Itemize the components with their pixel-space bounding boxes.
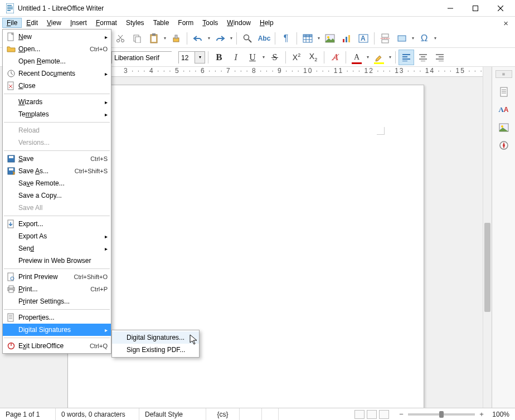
menu-edit[interactable]: Edit (22, 18, 42, 28)
menu-help[interactable]: Help (255, 18, 278, 28)
menu-item-open-remote[interactable]: Open Remote... (3, 55, 111, 67)
menu-item-new[interactable]: New▸ (3, 31, 111, 43)
menu-item-preview-web[interactable]: Preview in Web Browser (3, 255, 111, 267)
underline-dropdown[interactable]: ▾ (261, 55, 266, 60)
insert-field-button[interactable] (394, 31, 410, 46)
insert-chart-button[interactable] (339, 31, 354, 46)
menu-item-close[interactable]: Close (3, 80, 111, 92)
redo-dropdown[interactable]: ▾ (229, 36, 234, 41)
highlight-dropdown[interactable]: ▾ (388, 55, 392, 60)
menu-file[interactable]: File (2, 18, 22, 28)
menu-table[interactable]: Table (149, 18, 174, 28)
insert-image-button[interactable] (322, 31, 338, 46)
cut-button[interactable] (113, 31, 128, 46)
menu-window[interactable]: Window (222, 18, 255, 28)
page-break-button[interactable] (377, 31, 393, 46)
font-size-input[interactable] (179, 52, 195, 64)
redo-button[interactable] (212, 31, 228, 46)
menu-view[interactable]: View (42, 18, 66, 28)
menu-item-save[interactable]: SaveCtrl+S (3, 153, 111, 165)
status-selection-mode[interactable] (262, 408, 279, 420)
status-insert-mode[interactable] (240, 408, 262, 420)
menu-item-wizards[interactable]: Wizards▸ (3, 96, 111, 108)
sidebar-styles-button[interactable]: AA (495, 101, 512, 118)
special-char-dropdown[interactable]: ▾ (433, 36, 438, 41)
single-page-view-button[interactable] (354, 410, 365, 419)
bold-button[interactable]: B (211, 50, 227, 65)
strikethrough-button[interactable]: S (267, 50, 283, 65)
status-page[interactable]: Page 1 of 1 (0, 408, 56, 420)
undo-dropdown[interactable]: ▾ (207, 36, 211, 41)
menu-item-templates[interactable]: Templates▸ (3, 108, 111, 120)
menu-item-save-as[interactable]: Save As...Ctrl+Shift+S (3, 165, 111, 177)
page[interactable] (67, 85, 424, 408)
menu-item-export[interactable]: Export... (3, 218, 111, 230)
menu-item-print[interactable]: Print...Ctrl+P (3, 283, 111, 295)
table-dropdown[interactable]: ▾ (317, 36, 321, 41)
paste-dropdown[interactable]: ▾ (163, 36, 167, 41)
menu-item-send[interactable]: Send▸ (3, 242, 111, 255)
sidebar-settings-button[interactable]: ≡ (495, 70, 512, 78)
vertical-scrollbar[interactable] (483, 67, 492, 408)
sidebar-properties-button[interactable] (495, 84, 512, 100)
submenu-sign-existing-pdf[interactable]: Sign Existing PDF... (112, 344, 199, 356)
menu-format[interactable]: Format (91, 18, 122, 28)
menu-styles[interactable]: Styles (122, 18, 149, 28)
align-left-button[interactable] (399, 50, 414, 65)
menu-item-recent[interactable]: Recent Documents▸ (3, 67, 111, 80)
menu-item-save-copy[interactable]: Save a Copy... (3, 189, 111, 202)
multi-page-view-button[interactable] (367, 410, 377, 419)
insert-textbox-button[interactable]: A (356, 31, 371, 46)
zoom-value[interactable]: 100% (488, 411, 509, 418)
underline-button[interactable]: U (245, 50, 260, 65)
align-right-button[interactable] (432, 50, 448, 65)
clear-formatting-button[interactable]: A̸ (327, 50, 343, 65)
menu-item-exit[interactable]: Exit LibreOfficeCtrl+Q (3, 340, 111, 352)
undo-button[interactable] (190, 31, 206, 46)
clone-formatting-button[interactable] (168, 31, 184, 46)
scrollbar-thumb[interactable] (484, 223, 490, 312)
menu-insert[interactable]: Insert (66, 18, 91, 28)
menu-tools[interactable]: Tools (198, 18, 222, 28)
menu-item-save-remote[interactable]: Save Remote... (3, 177, 111, 189)
status-wordcount[interactable]: 0 words, 0 characters (56, 408, 139, 420)
menu-item-printer-settings[interactable]: Printer Settings... (3, 295, 111, 307)
font-color-dropdown[interactable]: ▾ (366, 55, 370, 60)
status-language[interactable]: {cs} (206, 408, 240, 420)
sidebar-gallery-button[interactable] (495, 119, 512, 136)
menu-item-export-as[interactable]: Export As▸ (3, 230, 111, 242)
font-name-combo[interactable]: ▾ (111, 51, 172, 64)
special-char-button[interactable]: Ω (416, 31, 432, 46)
subscript-button[interactable]: X2 (305, 50, 321, 65)
maximize-button[interactable] (463, 0, 488, 17)
superscript-button[interactable]: X2 (289, 50, 304, 65)
status-style[interactable]: Default Style (139, 408, 206, 420)
font-size-combo[interactable]: ▾ (178, 51, 205, 64)
highlight-button[interactable] (371, 50, 387, 65)
formatting-marks-button[interactable]: ¶ (278, 31, 294, 46)
spellcheck-button[interactable]: Abc (256, 31, 272, 46)
submenu-digital-signatures[interactable]: Digital Signatures... (112, 331, 199, 344)
field-dropdown[interactable]: ▾ (411, 36, 415, 41)
zoom-in-button[interactable]: + (478, 410, 485, 418)
zoom-out-button[interactable]: − (398, 410, 405, 418)
book-view-button[interactable] (379, 410, 389, 419)
align-center-button[interactable] (415, 50, 431, 65)
font-color-button[interactable]: A (349, 50, 365, 65)
menu-item-digital-signatures[interactable]: Digital Signatures▸ (3, 324, 111, 336)
minimize-button[interactable] (438, 0, 463, 17)
menu-form[interactable]: Form (173, 18, 198, 28)
copy-button[interactable] (129, 31, 145, 46)
menu-item-properties[interactable]: Properties... (3, 311, 111, 324)
zoom-slider[interactable] (408, 413, 475, 416)
menu-item-print-preview[interactable]: Print PreviewCtrl+Shift+O (3, 271, 111, 283)
paste-button[interactable] (146, 31, 162, 46)
close-button[interactable] (488, 0, 513, 17)
sidebar-navigator-button[interactable] (495, 137, 512, 154)
zoom-slider-knob[interactable] (439, 411, 444, 418)
italic-button[interactable]: I (228, 50, 244, 65)
close-document-button[interactable]: × (499, 18, 513, 28)
find-button[interactable] (240, 31, 255, 46)
insert-table-button[interactable] (300, 31, 315, 46)
font-size-dropdown[interactable]: ▾ (195, 52, 205, 63)
